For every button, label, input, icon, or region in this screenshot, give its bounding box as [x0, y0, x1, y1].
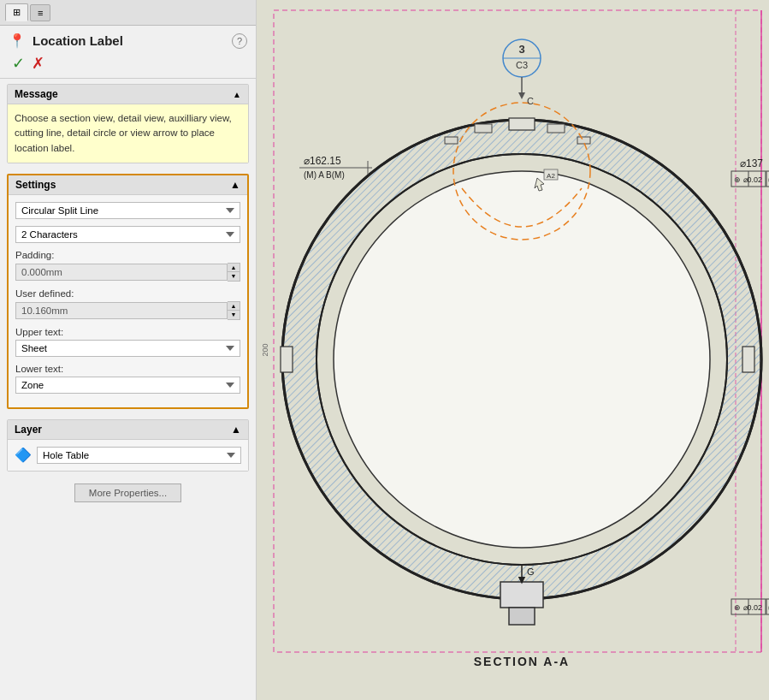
message-header-label: Message — [15, 88, 58, 100]
svg-rect-14 — [281, 347, 293, 372]
message-text: Choose a section view, detail view, auxi… — [15, 113, 232, 153]
padding-label: Padding: — [15, 250, 240, 260]
svg-rect-21 — [509, 608, 535, 625]
padding-input[interactable] — [15, 264, 228, 281]
layer-select[interactable]: Hole Table Default Custom — [37, 447, 241, 464]
user-defined-spin-down[interactable]: ▼ — [228, 311, 240, 319]
svg-rect-19 — [577, 137, 590, 144]
layer-icon: 🔷 — [15, 447, 32, 463]
svg-rect-16 — [475, 124, 492, 133]
svg-text:SECTION A-A: SECTION A-A — [474, 655, 570, 668]
tab-list[interactable]: ≡ — [30, 4, 50, 21]
pin-icon: 📍 — [9, 33, 26, 49]
svg-text:C3: C3 — [516, 60, 528, 70]
svg-text:C: C — [527, 96, 534, 106]
settings-body: Circular Split Line Linear Split Line No… — [9, 195, 247, 407]
message-section: Message ▲ Choose a section view, detail … — [7, 84, 249, 163]
panel-title: Location Label — [33, 33, 123, 48]
settings-header-label: Settings — [15, 179, 56, 191]
svg-text:⌀137: ⌀137 — [740, 157, 763, 169]
svg-text:A2: A2 — [547, 172, 555, 180]
svg-rect-17 — [547, 124, 565, 133]
cancel-button[interactable]: ✗ — [32, 54, 44, 73]
padding-spin-down[interactable]: ▼ — [228, 272, 240, 281]
user-defined-spinner: ▲ ▼ — [228, 301, 240, 320]
drawing-svg: G 3 C3 C A2 ⌀162.15 (M) A B(M) ⌀137 ⊕ ⌀0… — [257, 0, 769, 700]
tab-bar: ⊞ ≡ — [0, 0, 256, 26]
svg-text:⊕ ⌀0.02: ⊕ ⌀0.02 — [734, 175, 762, 184]
lower-text-select[interactable]: Sheet Zone View None — [15, 377, 240, 394]
settings-chevron: ▲ — [230, 179, 240, 191]
layer-body: 🔷 Hole Table Default Custom — [8, 440, 248, 471]
settings-header[interactable]: Settings ▲ — [9, 175, 247, 195]
padding-row: Padding: ▲ ▼ — [15, 250, 240, 282]
help-icon[interactable]: ? — [232, 33, 247, 49]
split-line-select[interactable]: Circular Split Line Linear Split Line No… — [15, 202, 240, 219]
lower-text-label: Lower text: — [15, 364, 240, 374]
message-header[interactable]: Message ▲ — [8, 85, 248, 104]
panel-title-section: 📍 Location Label ? ✓ ✗ — [0, 26, 256, 79]
settings-section: Settings ▲ Circular Split Line Linear Sp… — [7, 174, 249, 409]
more-properties-button[interactable]: More Properties... — [74, 483, 181, 502]
svg-marker-30 — [518, 92, 525, 99]
split-line-row: Circular Split Line Linear Split Line No… — [15, 202, 240, 219]
user-defined-row: User defined: ▲ ▼ — [15, 288, 240, 320]
message-body: Choose a section view, detail view, auxi… — [8, 104, 248, 163]
user-defined-label: User defined: — [15, 288, 240, 299]
svg-text:⊕ ⌀0.02: ⊕ ⌀0.02 — [734, 603, 762, 612]
upper-text-row: Upper text: Sheet Zone View None — [15, 327, 240, 357]
characters-row: 1 Character 2 Characters 3 Characters — [15, 226, 240, 243]
upper-text-select[interactable]: Sheet Zone View None — [15, 340, 240, 357]
svg-rect-12 — [509, 118, 535, 130]
characters-select[interactable]: 1 Character 2 Characters 3 Characters — [15, 226, 240, 243]
padding-spin-up[interactable]: ▲ — [228, 264, 240, 272]
layer-section: Layer ▲ 🔷 Hole Table Default Custom — [7, 419, 249, 472]
svg-text:G: G — [527, 567, 535, 577]
left-panel: ⊞ ≡ 📍 Location Label ? ✓ ✗ Message ▲ Cho… — [0, 0, 257, 700]
svg-text:⌀162.15: ⌀162.15 — [304, 155, 341, 167]
upper-text-label: Upper text: — [15, 327, 240, 337]
tab-properties[interactable]: ⊞ — [5, 3, 28, 21]
svg-point-11 — [334, 171, 710, 548]
padding-spinner: ▲ ▼ — [228, 263, 240, 282]
lower-text-row: Lower text: Sheet Zone View None — [15, 364, 240, 394]
drawing-area: 200 — [257, 0, 769, 700]
svg-text:(M)  A  B(M): (M) A B(M) — [304, 170, 345, 180]
svg-rect-20 — [500, 582, 543, 608]
confirm-button[interactable]: ✓ — [12, 54, 25, 73]
message-chevron: ▲ — [233, 90, 241, 99]
svg-rect-15 — [742, 347, 754, 372]
user-defined-input[interactable] — [15, 302, 228, 319]
svg-text:3: 3 — [518, 43, 524, 56]
layer-header-label: Layer — [15, 424, 42, 436]
layer-chevron: ▲ — [231, 424, 241, 436]
svg-rect-18 — [445, 137, 458, 144]
layer-header[interactable]: Layer ▲ — [8, 420, 248, 440]
action-icons: ✓ ✗ — [12, 54, 247, 73]
user-defined-spin-up[interactable]: ▲ — [228, 302, 240, 311]
